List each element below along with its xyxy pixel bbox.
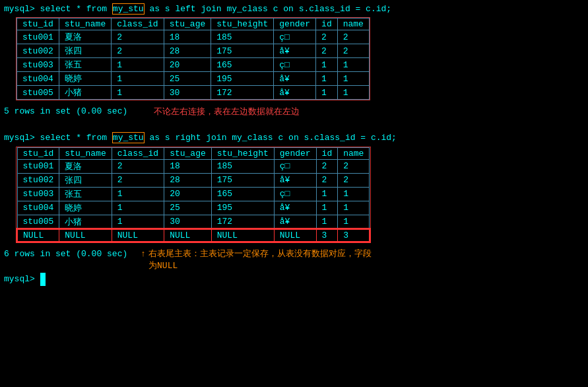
col2-stu_id: stu_id [17, 147, 59, 159]
query1-line: mysql> select * from my_stu as s left jo… [4, 3, 584, 16]
col-stu_age: stu_age [164, 18, 211, 30]
highlight-my-stu-2: my_stu [112, 132, 145, 143]
table-row: stu003张五120165ç□11 [17, 58, 370, 72]
col-name: name [337, 18, 369, 30]
result1-text: 5 rows in set (0.00 sec) [4, 105, 127, 118]
table-row: stu004晓婷125195å¥11 [17, 72, 370, 86]
result2-text: 6 rows in set (0.00 sec) [4, 248, 127, 261]
result1-row: 5 rows in set (0.00 sec) 不论左右连接，表在左边数据就在… [4, 105, 584, 118]
table-row: stu005小猪130172å¥11 [17, 215, 370, 229]
table-row: stu005小猪130172å¥11 [17, 86, 370, 100]
table-row: stu002张四228175å¥22 [17, 44, 370, 58]
col-stu_name: stu_name [59, 18, 111, 30]
prompt2: mysql> [4, 133, 40, 143]
col2-stu_height: stu_height [211, 147, 274, 159]
col-id: id [316, 18, 338, 30]
result-table-2: stu_id stu_name class_id stu_age stu_hei… [16, 147, 370, 242]
col-class_id: class_id [112, 18, 164, 30]
sql2-before: select * from [40, 133, 112, 143]
sql1-after: as s left join my_class c on s.class_id … [145, 4, 391, 14]
col2-name: name [338, 147, 370, 159]
table2-wrapper: stu_id stu_name class_id stu_age stu_hei… [16, 147, 371, 243]
final-prompt: mysql> [4, 274, 40, 284]
result2-row: 6 rows in set (0.00 sec) ↑ 右表尾主表：主表记录一定保… [4, 248, 584, 271]
col-stu_height: stu_height [211, 18, 274, 30]
table-row: stu001夏洛218185ç□22 [17, 30, 370, 44]
col2-stu_age: stu_age [164, 147, 212, 159]
annotation2-line1: 右表尾主表：主表记录一定保存，从表没有数据对应，字段 [148, 248, 372, 260]
col-stu_id: stu_id [17, 18, 59, 30]
table-row: stu003张五120165ç□11 [17, 187, 370, 201]
final-prompt-line[interactable]: mysql> [4, 273, 584, 286]
sql2-after: as s right join my_class c on s.class_id… [145, 133, 397, 143]
result-table-1: stu_id stu_name class_id stu_age stu_hei… [16, 18, 370, 100]
spacer1 [4, 118, 584, 131]
annotation2-block: ↑ 右表尾主表：主表记录一定保存，从表没有数据对应，字段 为NULL [141, 248, 372, 271]
col-gender: gender [274, 18, 316, 30]
col2-stu_name: stu_name [59, 147, 112, 159]
col2-gender: gender [274, 147, 316, 159]
table1-header-row: stu_id stu_name class_id stu_age stu_hei… [17, 18, 370, 30]
table-row: stu001夏洛218185ç□22 [17, 159, 370, 173]
annotation2-arrow: ↑ [141, 249, 146, 259]
terminal: mysql> select * from my_stu as s left jo… [0, 0, 588, 387]
cursor [40, 273, 46, 286]
annotation1: 不论左右连接，表在左边数据就在左边 [154, 106, 300, 118]
table-row: stu004晓婷125195å¥11 [17, 201, 370, 215]
prompt1: mysql> [4, 4, 40, 14]
query2-line: mysql> select * from my_stu as s right j… [4, 131, 584, 145]
col2-class_id: class_id [112, 147, 164, 159]
table2-header-row: stu_id stu_name class_id stu_age stu_hei… [17, 147, 370, 159]
sql1-before: select * from [40, 4, 112, 14]
null-row: NULL NULL NULL NULL NULL NULL 3 3 [17, 229, 370, 242]
annotation2-text: 右表尾主表：主表记录一定保存，从表没有数据对应，字段 为NULL [148, 248, 372, 271]
highlight-my-stu-1: my_stu [112, 3, 145, 15]
table1-wrapper: stu_id stu_name class_id stu_age stu_hei… [16, 17, 370, 100]
table-row: stu002张四228175å¥22 [17, 173, 370, 187]
annotation2-line2: 为NULL [148, 260, 372, 271]
col2-id: id [316, 147, 338, 159]
